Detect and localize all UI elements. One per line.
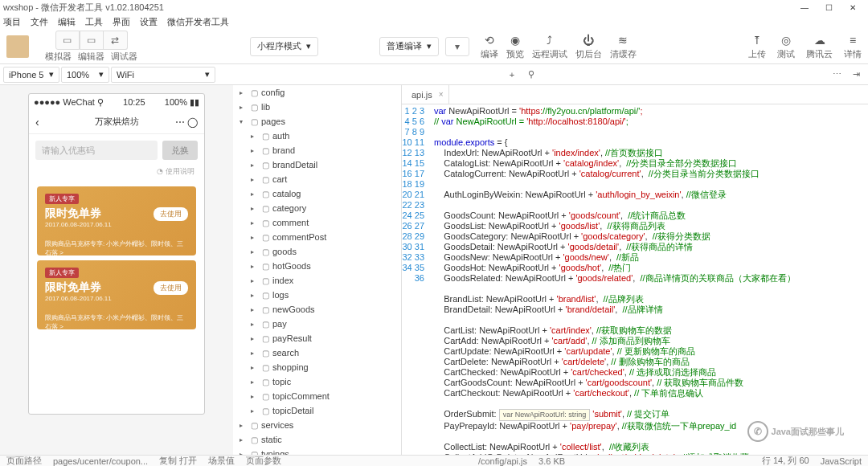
tree-item[interactable]: ▸▢topicComment [233, 389, 401, 403]
window-title-text: wxshop - 微信开发者工具 v1.02.1804251 [3, 2, 164, 14]
tree-item[interactable]: ▸▢goods [233, 244, 401, 259]
toolbar-action[interactable]: ⏻切后台 [575, 33, 602, 60]
toolbar-action[interactable]: ≡详情 [844, 33, 862, 60]
tree-item[interactable]: ▸▢lib [233, 100, 401, 114]
folder-icon: ▢ [262, 305, 269, 314]
folder-icon: ▢ [262, 161, 269, 170]
usage-hint[interactable]: ◔ 使用说明 [29, 166, 204, 182]
avatar[interactable] [6, 35, 29, 58]
use-coupon-button[interactable]: 去使用 [154, 207, 188, 221]
collapse-panel-icon[interactable]: ⇥ [847, 67, 865, 83]
redeem-button[interactable]: 兑换 [162, 141, 198, 160]
capsule-menu[interactable]: ⋯ ◯ [175, 117, 198, 128]
tree-item[interactable]: ▸▢search [233, 345, 401, 360]
zoom-dropdown[interactable]: 100%▾ [61, 67, 109, 83]
close-tab-icon[interactable]: × [439, 90, 444, 99]
coupon-tag: 新人专享 [45, 194, 79, 204]
tree-item[interactable]: ▸▢pay [233, 317, 401, 331]
tree-item[interactable]: ▸▢config [233, 85, 401, 100]
tree-arrow-icon: ▸ [251, 292, 259, 299]
editor-toggle[interactable]: ▭ [80, 31, 104, 50]
menu-item[interactable]: 工具 [85, 16, 103, 28]
page-title: 万家烘焙坊 [95, 116, 139, 128]
tree-arrow-icon: ▸ [251, 393, 259, 400]
back-icon[interactable]: ‹ [35, 116, 39, 129]
tree-item[interactable]: ▸▢cart [233, 172, 401, 186]
tree-arrow-icon: ▸ [251, 263, 259, 270]
tree-item[interactable]: ▸▢static [233, 432, 401, 447]
tree-item[interactable]: ▸▢index [233, 273, 401, 288]
tree-item[interactable]: ▸▢brandDetail [233, 157, 401, 172]
folder-icon: ▢ [262, 204, 269, 213]
tree-item[interactable]: ▸▢category [233, 201, 401, 215]
toolbar-action[interactable]: ◉预览 [506, 33, 524, 60]
compile-dropdown[interactable]: 普通编译▾ [379, 37, 439, 56]
menu-item[interactable]: 微信开发者工具 [167, 16, 229, 28]
tree-item[interactable]: ▸▢topic [233, 374, 401, 389]
tree-item[interactable]: ▸▢services [233, 418, 401, 432]
action-icon: ⤴ [547, 33, 552, 47]
tree-item[interactable]: ▸▢newGoods [233, 302, 401, 317]
toolbar-action[interactable]: ◎测试 [777, 33, 795, 60]
folder-icon: ▢ [251, 117, 258, 126]
tree-arrow-icon: ▸ [251, 219, 259, 227]
mode-dropdown[interactable]: 小程序模式▾ [250, 37, 318, 56]
tree-arrow-icon: ▸ [251, 234, 259, 241]
tree-item[interactable]: ▸▢logs [233, 288, 401, 302]
menu-item[interactable]: 项目 [3, 16, 21, 28]
tree-more-icon[interactable]: ⋯ [828, 67, 845, 83]
file-explorer: ▸▢config▸▢lib▾▢pages▸▢auth▸▢brand▸▢brand… [233, 85, 402, 455]
folder-icon: ▢ [251, 103, 258, 112]
device-dropdown[interactable]: iPhone 5▾ [3, 67, 59, 83]
folder-icon: ▢ [262, 320, 269, 329]
file-tab[interactable]: api.js × [402, 85, 449, 104]
tree-item[interactable]: ▸▢typings [233, 447, 401, 455]
toolbar-action[interactable]: ⤒上传 [748, 33, 766, 60]
use-coupon-button[interactable]: 去使用 [154, 281, 188, 295]
menu-item[interactable]: 界面 [113, 16, 130, 28]
tree-arrow-icon: ▸ [251, 176, 259, 183]
action-icon: ◎ [781, 33, 791, 47]
language-mode[interactable]: JavaScript [821, 456, 862, 466]
menu-item[interactable]: 编辑 [58, 16, 76, 28]
cursor-position: 行 14, 列 60 [762, 455, 809, 466]
tree-item[interactable]: ▸▢hotGoods [233, 259, 401, 273]
search-icon[interactable]: ⚲ [522, 67, 540, 83]
tree-item[interactable]: ▸▢comment [233, 215, 401, 230]
add-file-button[interactable]: + [503, 67, 521, 83]
folder-icon: ▢ [251, 421, 258, 430]
maximize-button[interactable]: ☐ [817, 0, 841, 14]
coupon-card[interactable]: 新人专享 限时免单券 2017.06.08-2017.06.11 去使用 限购商… [37, 186, 196, 255]
debugger-toggle[interactable]: ⇄ [104, 31, 128, 50]
tree-arrow-icon: ▸ [240, 89, 248, 96]
phone-statusbar: ●●●●● WeChat ⚲ 10:25 100% ▮▮ [29, 94, 204, 110]
folder-icon: ▢ [262, 378, 269, 386]
dropdown-expand[interactable]: ▾ [445, 37, 469, 56]
minimize-button[interactable]: — [792, 0, 817, 14]
toolbar-action[interactable]: ☁腾讯云 [806, 33, 833, 60]
network-dropdown[interactable]: WiFi▾ [111, 67, 215, 83]
action-icon: ◉ [510, 33, 520, 47]
tree-item[interactable]: ▸▢commentPost [233, 230, 401, 244]
code-content[interactable]: var NewApiRootUrl = 'https://fly2you.cn/… [431, 104, 868, 455]
line-gutter: 1 2 3 4 5 6 7 8 9 10 11 12 13 14 15 16 1… [402, 104, 431, 455]
tree-item[interactable]: ▸▢brand [233, 143, 401, 157]
tree-item[interactable]: ▸▢shopping [233, 360, 401, 374]
menu-item[interactable]: 文件 [31, 16, 48, 28]
code-area[interactable]: 1 2 3 4 5 6 7 8 9 10 11 12 13 14 15 16 1… [402, 104, 868, 455]
coupon-card[interactable]: 新人专享 限时免单券 2017.06.08-2017.06.11 去使用 限购商… [37, 260, 196, 329]
tree-item[interactable]: ▸▢topicDetail [233, 403, 401, 418]
menu-item[interactable]: 设置 [140, 16, 158, 28]
toolbar-action[interactable]: ⤴远程调试 [532, 33, 567, 60]
tree-item[interactable]: ▸▢catalog [233, 186, 401, 201]
tree-item[interactable]: ▾▢pages [233, 114, 401, 129]
tree-item[interactable]: ▸▢payResult [233, 331, 401, 345]
tree-item[interactable]: ▸▢auth [233, 129, 401, 143]
action-icon: ≋ [618, 33, 628, 47]
toolbar-action[interactable]: ⟲编译 [481, 33, 498, 60]
toolbar-action[interactable]: ≋清缓存 [610, 33, 637, 60]
coupon-code-input[interactable]: 请输入优惠码 [35, 141, 158, 160]
simulator-toggle[interactable]: ▭ [55, 31, 80, 50]
folder-icon: ▢ [262, 247, 269, 256]
close-button[interactable]: ✕ [841, 0, 865, 14]
